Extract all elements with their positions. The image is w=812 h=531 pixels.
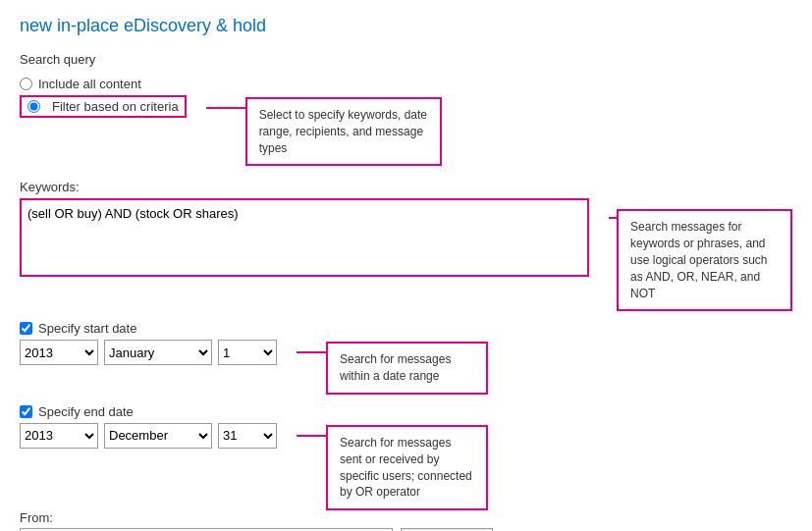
from-label: From: <box>20 510 792 525</box>
filter-radio-highlighted: Filter based on criteria <box>20 95 187 118</box>
start-day-select[interactable]: 12345 678910 15202531 <box>218 340 277 365</box>
start-date-checkbox[interactable] <box>20 322 32 335</box>
start-date-row-wrapper: 2013 20102011201220142015 JanuaryFebruar… <box>20 340 792 395</box>
section-label: Search query <box>20 52 792 67</box>
users-callout: Search for messages sent or received by … <box>326 425 488 510</box>
keywords-label: Keywords: <box>20 180 589 194</box>
keywords-input-wrap <box>20 198 589 280</box>
keywords-section: Keywords: <box>20 170 589 280</box>
filter-based-label: Filter based on criteria <box>52 99 179 114</box>
page-title: new in-place eDiscovery & hold <box>20 16 792 36</box>
end-date-checkbox[interactable] <box>20 405 32 418</box>
end-month-select[interactable]: JanuaryFebruaryMarchApril MayJuneJulyAug… <box>104 423 212 449</box>
end-date-row-wrapper: 2013 20102011201220142015 JanuaryFebruar… <box>20 423 792 510</box>
start-date-row: 2013 20102011201220142015 JanuaryFebruar… <box>20 340 277 365</box>
end-day-select[interactable]: 151015202531 <box>218 423 277 449</box>
end-date-checkbox-row: Specify end date <box>20 404 792 419</box>
include-all-radio[interactable] <box>20 78 32 90</box>
filter-callout: Select to specify keywords, date range, … <box>245 97 442 166</box>
keywords-textarea[interactable] <box>20 198 589 277</box>
start-date-label: Specify start date <box>38 321 136 336</box>
filter-callout-area: Filter based on criteria Select to speci… <box>20 95 792 166</box>
date-range-callout: Search for messages within a date range <box>326 342 488 395</box>
end-year-select[interactable]: 2013 20102011201220142015 <box>20 423 98 449</box>
from-row: From: add users... <box>20 510 792 531</box>
end-date-label: Specify end date <box>38 404 134 419</box>
keywords-callout: Search messages for keywords or phrases,… <box>617 209 792 311</box>
end-date-row: 2013 20102011201220142015 JanuaryFebruar… <box>20 423 277 449</box>
include-all-radio-row: Include all content <box>20 77 792 91</box>
start-month-select[interactable]: JanuaryFebruaryMarchApril MayJuneJulyAug… <box>104 340 212 365</box>
start-date-checkbox-row: Specify start date <box>20 321 792 336</box>
start-year-select[interactable]: 2013 20102011201220142015 <box>20 340 98 365</box>
keywords-callout-area: Keywords: Search messages for keywords o… <box>20 170 792 311</box>
filter-based-radio[interactable] <box>27 100 40 113</box>
include-all-label: Include all content <box>38 77 141 91</box>
